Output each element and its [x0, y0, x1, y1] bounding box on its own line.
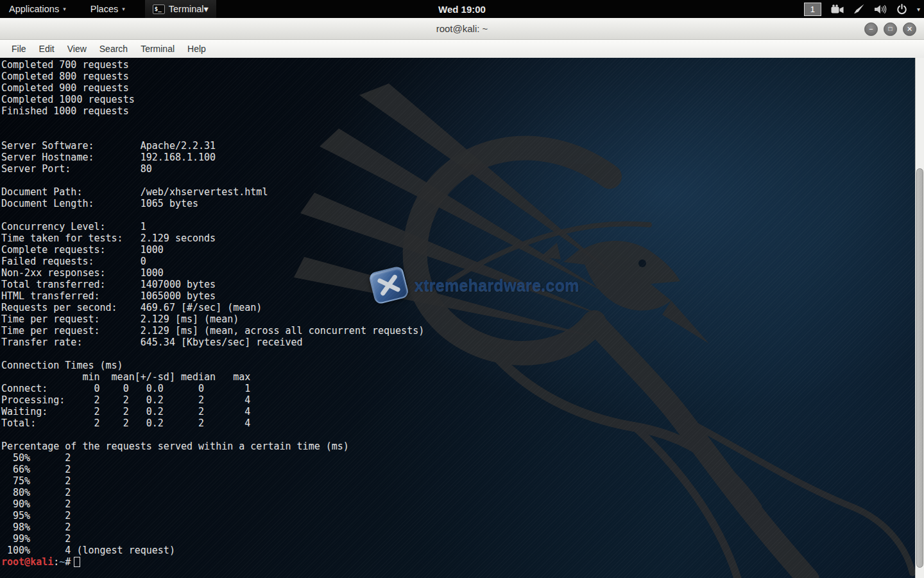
shell-prompt[interactable]: root@kali:~#	[1, 556, 80, 568]
watermark-text: xtremehardware.com	[415, 276, 579, 295]
app-indicator-terminal[interactable]: $_ Terminal ▾	[145, 0, 216, 18]
caret-down-icon: ▾	[63, 6, 66, 12]
minimize-button[interactable]: −	[864, 22, 878, 36]
terminal-output[interactable]: Completed 700 requests Completed 800 req…	[1, 59, 424, 556]
top-panel: Applications ▾ Places ▾ $_ Terminal ▾ We…	[0, 0, 924, 18]
menu-edit[interactable]: Edit	[33, 44, 61, 54]
prompt-path: ~	[59, 556, 65, 568]
panel-status-area: 1 ▾	[804, 0, 920, 18]
applications-menu-label: Applications	[9, 4, 59, 14]
maximize-icon: □	[888, 26, 892, 32]
caret-down-icon[interactable]: ▾	[917, 6, 920, 13]
window-title: root@kali: ~	[436, 23, 488, 34]
prompt-colon: :	[53, 556, 59, 568]
power-icon[interactable]	[896, 4, 907, 15]
window-menubar: File Edit View Search Terminal Help	[0, 40, 924, 58]
menu-file[interactable]: File	[5, 44, 33, 54]
terminal-scrollbar[interactable]	[915, 58, 924, 578]
menu-view[interactable]: View	[61, 44, 93, 54]
places-menu[interactable]: Places ▾	[82, 0, 133, 18]
close-icon: ✕	[907, 26, 912, 33]
applications-menu[interactable]: Applications ▾	[0, 0, 74, 18]
camera-icon[interactable]	[831, 4, 844, 14]
window-titlebar[interactable]: root@kali: ~ − □ ✕	[0, 18, 924, 40]
maximize-button[interactable]: □	[884, 22, 897, 36]
scrollbar-thumb[interactable]	[916, 168, 923, 568]
close-button[interactable]: ✕	[903, 22, 916, 36]
minimize-icon: −	[869, 26, 873, 33]
caret-down-icon: ▾	[204, 4, 209, 14]
prompt-symbol: #	[65, 556, 71, 568]
brush-icon[interactable]	[853, 4, 865, 14]
menu-search[interactable]: Search	[93, 44, 134, 54]
caret-down-icon: ▾	[122, 6, 125, 12]
places-menu-label: Places	[90, 4, 119, 14]
window-controls: − □ ✕	[864, 18, 916, 40]
prompt-user: root@kali	[1, 556, 53, 568]
menu-help[interactable]: Help	[181, 44, 212, 54]
desktop: Applications ▾ Places ▾ $_ Terminal ▾ We…	[0, 0, 924, 578]
terminal-icon: $_	[153, 4, 165, 14]
terminal-content[interactable]: xtremehardware.com Completed 700 request…	[0, 58, 924, 578]
app-indicator-label: Terminal	[169, 4, 204, 14]
terminal-cursor	[74, 557, 80, 567]
workspace-indicator[interactable]: 1	[804, 3, 821, 16]
menu-terminal[interactable]: Terminal	[134, 44, 181, 54]
panel-left: Applications ▾ Places ▾ $_ Terminal ▾	[0, 0, 216, 18]
volume-icon[interactable]	[875, 4, 887, 14]
clock[interactable]: Wed 19:00	[438, 4, 486, 15]
